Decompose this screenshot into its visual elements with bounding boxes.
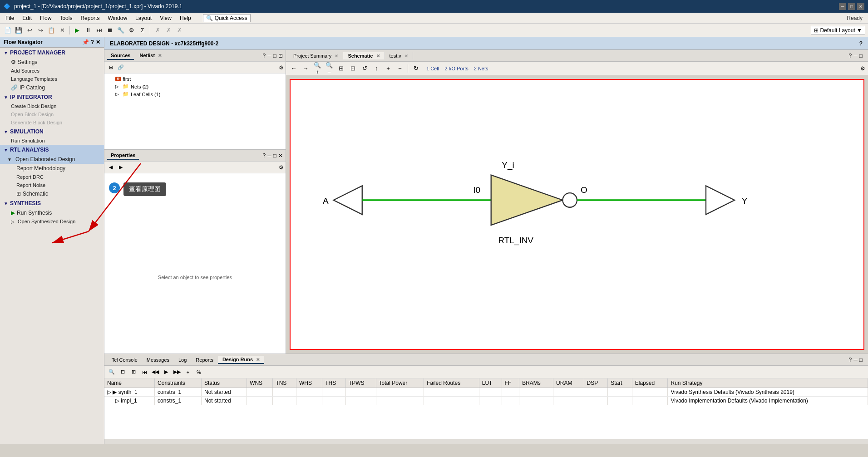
props-restore[interactable]: □ <box>273 152 276 159</box>
flow-nav-pin[interactable]: 📌 <box>82 39 89 45</box>
nav-add-sources[interactable]: Add Sources <box>0 67 104 75</box>
rp-help[interactable]: ? <box>849 53 852 59</box>
sch-close[interactable]: ✕ <box>376 54 380 59</box>
sources-tab[interactable]: Sources <box>107 52 134 60</box>
toolbar-settings[interactable]: ⚙ <box>127 25 137 35</box>
props-help[interactable]: ? <box>263 152 266 159</box>
log-tab[interactable]: Log <box>174 356 191 364</box>
toolbar-run[interactable]: ▶ <box>72 25 82 35</box>
tree-leaf-cells[interactable]: ▷ 📁 Leaf Cells (1) <box>106 90 284 98</box>
nav-open-synthesized-design[interactable]: ▷ Open Synthesized Design <box>0 217 104 226</box>
nav-report-methodology[interactable]: Report Methodology <box>0 164 104 173</box>
maximize-button[interactable]: □ <box>848 3 855 10</box>
title-bar-controls[interactable]: ─ □ ✕ <box>839 3 864 10</box>
col-run-strategy[interactable]: Run Strategy <box>668 378 868 388</box>
layout-dropdown[interactable]: ⊞ Default Layout ▼ <box>811 26 865 35</box>
sources-restore[interactable]: □ <box>273 53 276 59</box>
tv-close[interactable]: ✕ <box>404 54 408 59</box>
inverter-body[interactable] <box>491 175 563 225</box>
menu-reports[interactable]: Reports <box>77 14 103 22</box>
toolbar-delete[interactable]: ✕ <box>57 25 67 35</box>
toolbar-pause[interactable]: ⏸ <box>83 25 93 35</box>
nav-run-simulation[interactable]: Run Simulation <box>0 137 104 145</box>
col-start[interactable]: Start <box>608 378 632 388</box>
messages-tab[interactable]: Messages <box>142 356 174 364</box>
col-whs[interactable]: WHS <box>296 378 322 388</box>
menu-layout[interactable]: Layout <box>132 14 155 22</box>
col-status[interactable]: Status <box>202 378 247 388</box>
col-wns[interactable]: WNS <box>247 378 273 388</box>
props-settings[interactable]: ⚙ <box>279 164 284 171</box>
rp-minimize[interactable]: ─ <box>853 53 858 59</box>
toolbar-undo[interactable]: ↩ <box>25 25 35 35</box>
sch-refresh[interactable]: ↺ <box>360 64 370 74</box>
sources-link[interactable]: 🔗 <box>116 63 125 72</box>
nav-ip-catalog[interactable]: 🔗 IP Catalog <box>0 83 104 92</box>
menu-file[interactable]: File <box>2 14 18 22</box>
impl-expand-btn[interactable]: ▷ <box>115 398 121 404</box>
col-ff[interactable]: FF <box>502 378 519 388</box>
sources-collapse-all[interactable]: ⊟ <box>106 63 115 72</box>
schematic-tab[interactable]: Schematic ✕ <box>343 52 385 59</box>
menu-view[interactable]: View <box>156 14 175 22</box>
sch-back[interactable]: ← <box>289 64 299 74</box>
dr-prev[interactable]: ◀◀ <box>151 368 160 377</box>
sch-minus[interactable]: − <box>395 64 405 74</box>
section-synthesis[interactable]: ▼ SYNTHESIS <box>0 198 104 208</box>
tcl-console-tab[interactable]: Tcl Console <box>107 356 142 364</box>
header-help[interactable]: ? <box>859 40 863 47</box>
flow-nav-close[interactable]: ✕ <box>96 39 100 45</box>
dr-expand-all[interactable]: ⊞ <box>129 368 138 377</box>
col-constraints[interactable]: Constraints <box>155 378 202 388</box>
props-close[interactable]: ✕ <box>278 152 283 159</box>
properties-tab[interactable]: Properties <box>107 152 139 160</box>
nav-schematic[interactable]: ⊞ Schematic <box>0 189 104 198</box>
toolbar-stop[interactable]: ⏹ <box>105 25 115 35</box>
nav-settings[interactable]: ⚙ Settings <box>0 58 104 67</box>
dr-close[interactable]: ✕ <box>256 357 260 362</box>
toolbar-sigma[interactable]: Σ <box>138 25 148 35</box>
tree-nets[interactable]: ▷ 📁 Nets (2) <box>106 83 284 90</box>
col-failed-routes[interactable]: Failed Routes <box>424 378 479 388</box>
sch-settings[interactable]: ⚙ <box>860 65 865 72</box>
flow-nav-help[interactable]: ? <box>91 39 94 45</box>
dr-play[interactable]: ▶ <box>162 368 171 377</box>
toolbar-step[interactable]: ⏭ <box>94 25 104 35</box>
table-row[interactable]: ▷ ▶ synth_1 constrs_1 Not started <box>104 388 868 397</box>
sources-settings-btn[interactable]: ⚙ <box>279 64 284 71</box>
props-minimize[interactable]: ─ <box>267 152 271 159</box>
sources-maximize[interactable]: ⊡ <box>278 53 283 59</box>
col-name[interactable]: Name <box>104 378 155 388</box>
nav-language-templates[interactable]: Language Templates <box>0 75 104 83</box>
col-total-power[interactable]: Total Power <box>376 378 424 388</box>
sch-select[interactable]: ⊡ <box>348 64 358 74</box>
nav-run-synthesis[interactable]: ▶ Run Synthesis <box>0 208 104 217</box>
project-summary-tab[interactable]: Project Summary ✕ <box>289 52 343 59</box>
output-port-y[interactable]: Y <box>706 186 748 214</box>
props-forward[interactable]: ▶ <box>116 163 125 172</box>
sch-zoom-in[interactable]: 🔍+ <box>312 64 322 74</box>
section-simulation[interactable]: ▼ SIMULATION <box>0 127 104 137</box>
table-row[interactable]: ▷ impl_1 constrs_1 Not started <box>104 397 868 405</box>
dr-search[interactable]: 🔍 <box>107 368 116 377</box>
input-port-a[interactable]: A <box>323 186 362 214</box>
sources-help[interactable]: ? <box>263 53 266 59</box>
bottom-minimize[interactable]: ─ <box>853 357 858 363</box>
testv-tab[interactable]: test.v ✕ <box>385 52 413 59</box>
section-project-manager[interactable]: ▼ PROJECT MANAGER <box>0 48 104 58</box>
section-ip-integrator[interactable]: ▼ IP INTEGRATOR <box>0 92 104 102</box>
minimize-button[interactable]: ─ <box>839 3 846 10</box>
sch-forward[interactable]: → <box>301 64 311 74</box>
col-ths[interactable]: THS <box>322 378 346 388</box>
props-back[interactable]: ◀ <box>106 163 115 172</box>
toolbar-copy[interactable]: 📋 <box>46 25 56 35</box>
sch-reload[interactable]: ↻ <box>411 64 421 74</box>
dr-collapse-all[interactable]: ⊟ <box>118 368 127 377</box>
dr-next[interactable]: ▶▶ <box>173 368 182 377</box>
toolbar-generate[interactable]: 🔧 <box>116 25 126 35</box>
menu-edit[interactable]: Edit <box>19 14 35 22</box>
col-tns[interactable]: TNS <box>273 378 296 388</box>
nav-open-elaborated-design[interactable]: ▼ Open Elaborated Design <box>0 155 104 164</box>
dr-percent[interactable]: % <box>194 368 203 377</box>
quick-access-search[interactable]: 🔍 Quick Access <box>203 14 251 22</box>
